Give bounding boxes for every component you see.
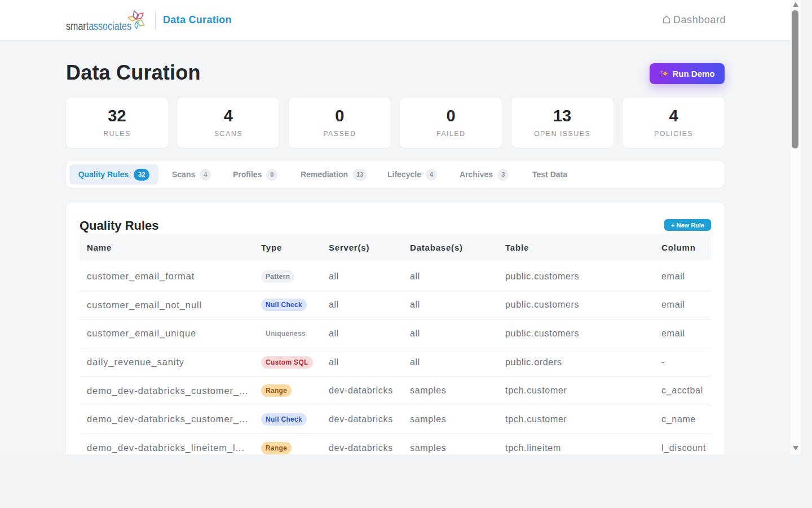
svg-text:smartassociates: smartassociates xyxy=(66,20,131,32)
